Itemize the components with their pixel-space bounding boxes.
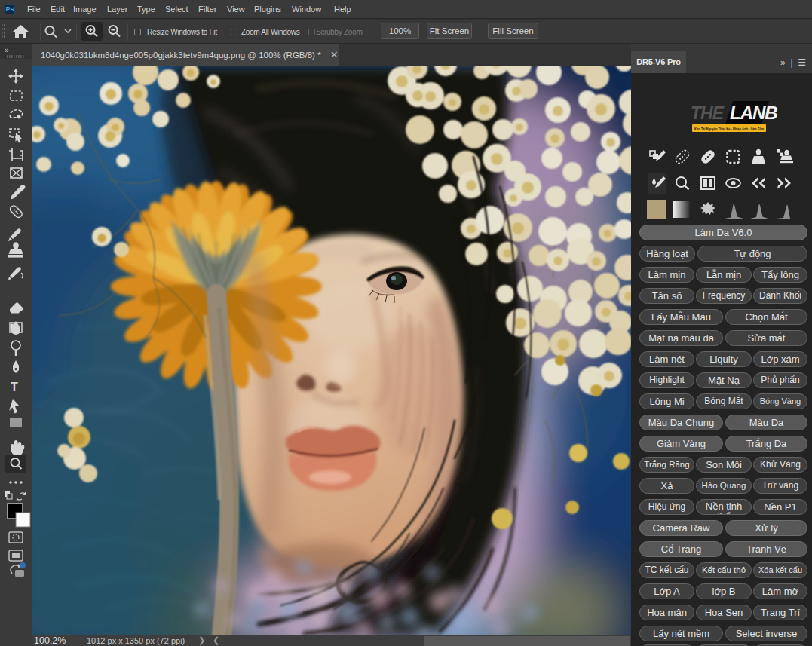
- svg-text:T: T: [11, 381, 18, 393]
- svg-text:»: »: [5, 46, 9, 54]
- svg-text:LANB: LANB: [730, 103, 777, 123]
- svg-text:Kho Tài Nguyên Thiết Kế - Nhiế: Kho Tài Nguyên Thiết Kế - Nhiếp Ảnh - Là…: [694, 127, 764, 131]
- svg-text:THE: THE: [691, 103, 725, 123]
